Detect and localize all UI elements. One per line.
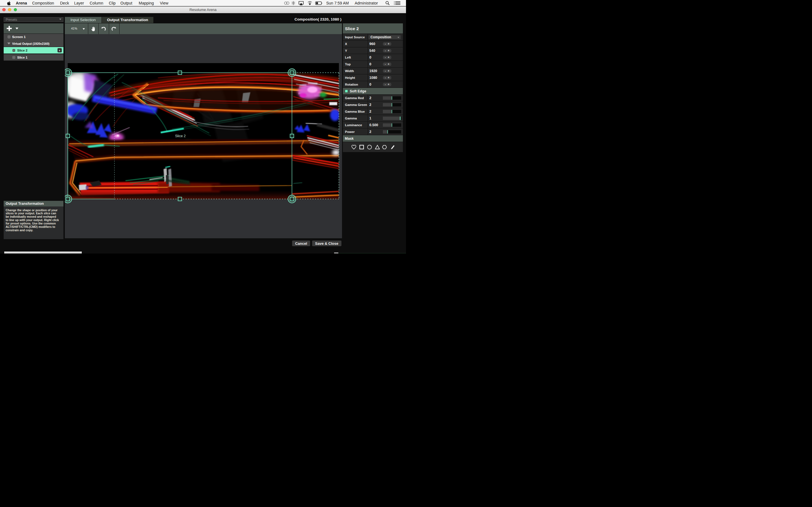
svg-text:Slice 2: Slice 2 xyxy=(175,134,186,138)
